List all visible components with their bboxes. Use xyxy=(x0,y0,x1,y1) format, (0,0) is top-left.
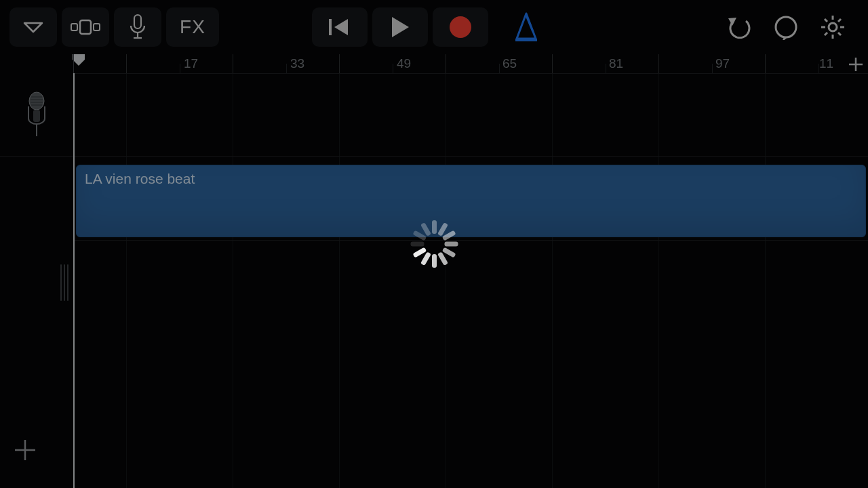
loading-spinner-icon xyxy=(410,220,458,268)
loading-overlay xyxy=(0,0,868,488)
